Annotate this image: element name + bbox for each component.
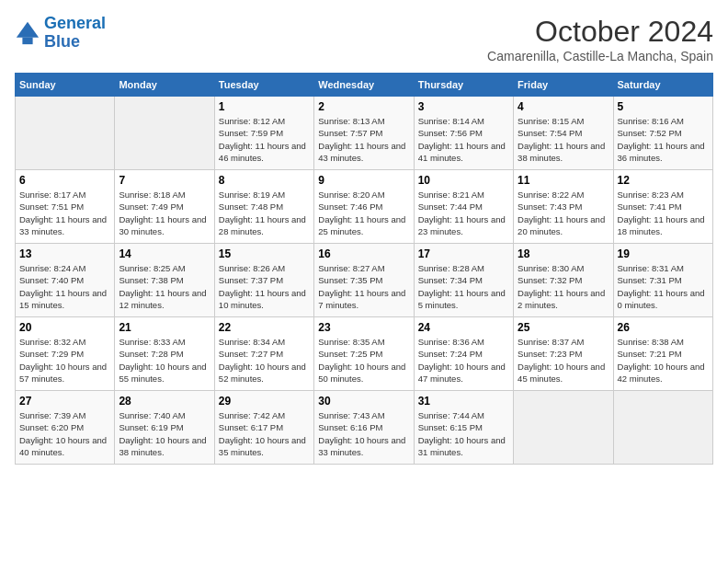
day-number: 12	[618, 174, 709, 187]
cell-info: Sunrise: 8:27 AM	[318, 262, 409, 274]
cell-info: Sunset: 7:35 PM	[318, 274, 409, 286]
day-number: 29	[219, 395, 310, 408]
cell-info: Sunset: 7:41 PM	[618, 201, 709, 213]
day-number: 22	[219, 321, 310, 334]
day-number: 15	[219, 247, 310, 260]
cell-info: Daylight: 10 hours and 38 minutes.	[119, 434, 210, 459]
cell-info: Daylight: 11 hours and 43 minutes.	[318, 140, 409, 165]
calendar-cell: 25Sunrise: 8:37 AMSunset: 7:23 PMDayligh…	[514, 317, 613, 391]
calendar-cell	[115, 97, 214, 170]
calendar-cell: 5Sunrise: 8:16 AMSunset: 7:52 PMDaylight…	[613, 97, 712, 170]
day-number: 28	[119, 395, 210, 408]
cell-info: Sunrise: 8:23 AM	[618, 189, 709, 201]
cell-info: Daylight: 11 hours and 28 minutes.	[219, 213, 310, 238]
calendar-week-row: 13Sunrise: 8:24 AMSunset: 7:40 PMDayligh…	[16, 244, 713, 317]
cell-info: Sunrise: 8:38 AM	[618, 336, 709, 348]
month-title: October 2024	[487, 15, 713, 49]
cell-info: Sunrise: 8:34 AM	[219, 336, 310, 348]
cell-info: Sunset: 6:19 PM	[119, 421, 210, 433]
cell-info: Sunrise: 8:32 AM	[19, 336, 110, 348]
calendar-cell: 2Sunrise: 8:13 AMSunset: 7:57 PMDaylight…	[314, 97, 414, 170]
day-number: 8	[219, 174, 310, 187]
calendar-cell: 6Sunrise: 8:17 AMSunset: 7:51 PMDaylight…	[16, 170, 115, 244]
cell-info: Sunset: 7:40 PM	[19, 274, 110, 286]
calendar-cell: 19Sunrise: 8:31 AMSunset: 7:31 PMDayligh…	[613, 244, 712, 317]
cell-info: Daylight: 11 hours and 15 minutes.	[19, 287, 110, 312]
cell-info: Sunset: 6:20 PM	[19, 421, 110, 433]
calendar-cell: 10Sunrise: 8:21 AMSunset: 7:44 PMDayligh…	[414, 170, 513, 244]
weekday-header: Sunday	[16, 74, 115, 97]
day-number: 17	[418, 247, 509, 260]
calendar-cell: 20Sunrise: 8:32 AMSunset: 7:29 PMDayligh…	[16, 317, 115, 391]
day-number: 13	[19, 247, 110, 260]
cell-info: Daylight: 11 hours and 20 minutes.	[518, 213, 609, 238]
cell-info: Daylight: 11 hours and 36 minutes.	[618, 140, 709, 165]
day-number: 30	[318, 395, 409, 408]
cell-info: Sunset: 7:34 PM	[418, 274, 509, 286]
cell-info: Sunset: 7:32 PM	[518, 274, 609, 286]
calendar-cell: 29Sunrise: 7:42 AMSunset: 6:17 PMDayligh…	[214, 391, 313, 465]
calendar-cell: 27Sunrise: 7:39 AMSunset: 6:20 PMDayligh…	[16, 391, 115, 465]
day-number: 27	[19, 395, 110, 408]
cell-info: Sunrise: 8:20 AM	[318, 189, 409, 201]
cell-info: Sunrise: 8:36 AM	[418, 336, 509, 348]
calendar-week-row: 20Sunrise: 8:32 AMSunset: 7:29 PMDayligh…	[16, 317, 713, 391]
calendar-cell: 21Sunrise: 8:33 AMSunset: 7:28 PMDayligh…	[115, 317, 214, 391]
calendar-cell: 15Sunrise: 8:26 AMSunset: 7:37 PMDayligh…	[214, 244, 313, 317]
cell-info: Sunrise: 7:44 AM	[418, 409, 509, 421]
cell-info: Sunrise: 7:40 AM	[119, 409, 210, 421]
weekday-header: Monday	[115, 74, 214, 97]
cell-info: Sunset: 6:17 PM	[219, 421, 310, 433]
cell-info: Sunrise: 8:25 AM	[119, 262, 210, 274]
calendar-cell: 12Sunrise: 8:23 AMSunset: 7:41 PMDayligh…	[613, 170, 712, 244]
cell-info: Sunset: 7:44 PM	[418, 201, 509, 213]
day-number: 9	[318, 174, 409, 187]
cell-info: Sunset: 7:51 PM	[19, 201, 110, 213]
cell-info: Daylight: 11 hours and 23 minutes.	[418, 213, 509, 238]
cell-info: Daylight: 10 hours and 33 minutes.	[318, 434, 409, 459]
calendar-cell: 1Sunrise: 8:12 AMSunset: 7:59 PMDaylight…	[214, 97, 313, 170]
weekday-header: Tuesday	[214, 74, 313, 97]
cell-info: Daylight: 10 hours and 45 minutes.	[518, 361, 609, 385]
cell-info: Sunset: 7:48 PM	[219, 201, 310, 213]
location: Camarenilla, Castille-La Mancha, Spain	[487, 49, 713, 63]
calendar-cell: 26Sunrise: 8:38 AMSunset: 7:21 PMDayligh…	[613, 317, 712, 391]
cell-info: Daylight: 11 hours and 12 minutes.	[119, 287, 210, 312]
calendar-cell: 18Sunrise: 8:30 AMSunset: 7:32 PMDayligh…	[514, 244, 613, 317]
cell-info: Sunset: 7:24 PM	[418, 348, 509, 360]
day-number: 1	[219, 100, 310, 113]
cell-info: Daylight: 10 hours and 40 minutes.	[19, 434, 110, 459]
cell-info: Daylight: 11 hours and 0 minutes.	[618, 287, 709, 312]
svg-rect-1	[22, 37, 32, 43]
calendar-week-row: 1Sunrise: 8:12 AMSunset: 7:59 PMDaylight…	[16, 97, 713, 170]
cell-info: Sunset: 7:52 PM	[618, 127, 709, 139]
cell-info: Sunset: 7:43 PM	[518, 201, 609, 213]
calendar-cell: 16Sunrise: 8:27 AMSunset: 7:35 PMDayligh…	[314, 244, 414, 317]
cell-info: Sunrise: 8:33 AM	[119, 336, 210, 348]
calendar-week-row: 6Sunrise: 8:17 AMSunset: 7:51 PMDaylight…	[16, 170, 713, 244]
cell-info: Sunset: 7:27 PM	[219, 348, 310, 360]
cell-info: Daylight: 11 hours and 30 minutes.	[119, 213, 210, 238]
logo-text: General Blue	[44, 15, 106, 52]
calendar-cell: 30Sunrise: 7:43 AMSunset: 6:16 PMDayligh…	[314, 391, 414, 465]
day-number: 6	[19, 174, 110, 187]
cell-info: Sunset: 7:31 PM	[618, 274, 709, 286]
calendar-cell: 17Sunrise: 8:28 AMSunset: 7:34 PMDayligh…	[414, 244, 513, 317]
cell-info: Sunrise: 7:43 AM	[318, 409, 409, 421]
cell-info: Daylight: 10 hours and 50 minutes.	[318, 361, 409, 385]
cell-info: Daylight: 11 hours and 38 minutes.	[518, 140, 609, 165]
cell-info: Sunrise: 8:24 AM	[19, 262, 110, 274]
calendar-cell	[16, 97, 115, 170]
cell-info: Sunrise: 8:28 AM	[418, 262, 509, 274]
cell-info: Sunset: 7:23 PM	[518, 348, 609, 360]
calendar-cell: 9Sunrise: 8:20 AMSunset: 7:46 PMDaylight…	[314, 170, 414, 244]
weekday-header: Saturday	[613, 74, 712, 97]
day-number: 18	[518, 247, 609, 260]
day-number: 21	[119, 321, 210, 334]
cell-info: Sunrise: 8:19 AM	[219, 189, 310, 201]
weekday-header: Friday	[514, 74, 613, 97]
cell-info: Sunrise: 8:17 AM	[19, 189, 110, 201]
calendar-cell: 23Sunrise: 8:35 AMSunset: 7:25 PMDayligh…	[314, 317, 414, 391]
day-number: 25	[518, 321, 609, 334]
calendar-cell	[514, 391, 613, 465]
